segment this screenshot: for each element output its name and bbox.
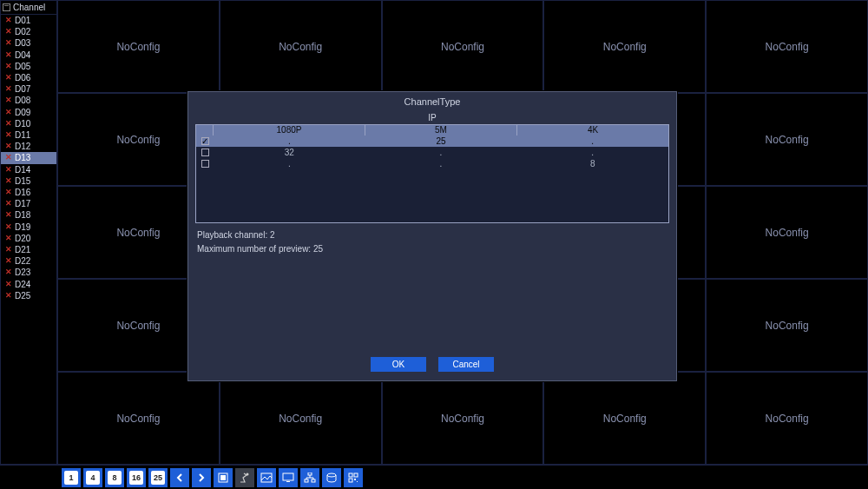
table-row[interactable]: 32.. bbox=[196, 147, 668, 158]
video-cell[interactable]: NoConfig bbox=[382, 0, 544, 93]
channel-item[interactable]: ✕D22 bbox=[1, 255, 56, 267]
disconnected-icon: ✕ bbox=[4, 50, 12, 61]
svg-rect-7 bbox=[305, 479, 308, 482]
cell-status: NoConfig bbox=[116, 413, 160, 425]
video-cell[interactable]: NoConfig bbox=[706, 372, 868, 465]
video-cell[interactable]: NoConfig bbox=[706, 0, 868, 93]
view-16-button[interactable]: 16 bbox=[127, 468, 146, 487]
svg-rect-10 bbox=[349, 473, 352, 477]
channel-item[interactable]: ✕D24 bbox=[1, 279, 56, 290]
row-checkbox[interactable] bbox=[201, 137, 209, 145]
video-cell[interactable]: NoConfig bbox=[543, 372, 706, 465]
fullscreen-button[interactable] bbox=[214, 468, 233, 487]
channel-item[interactable]: ✕D11 bbox=[1, 129, 56, 141]
channel-item[interactable]: ✕D06 bbox=[1, 72, 56, 83]
sidebar-title: Channel bbox=[13, 3, 45, 12]
channel-item[interactable]: ✕D19 bbox=[1, 221, 56, 233]
col-5m[interactable]: 5M bbox=[365, 125, 517, 135]
channel-item[interactable]: ✕D08 bbox=[1, 95, 56, 106]
ok-button[interactable]: OK bbox=[371, 357, 426, 372]
row-checkbox[interactable] bbox=[201, 160, 209, 168]
cell-status: NoConfig bbox=[116, 134, 160, 146]
channel-item[interactable]: ✕D10 bbox=[1, 118, 56, 129]
video-cell[interactable]: NoConfig bbox=[706, 93, 868, 186]
video-cell[interactable]: NoConfig bbox=[57, 372, 220, 465]
channel-label: D05 bbox=[15, 61, 30, 72]
channel-item[interactable]: ✕D03 bbox=[1, 37, 56, 49]
ptz-button[interactable] bbox=[235, 468, 254, 487]
disk-button[interactable] bbox=[322, 468, 341, 487]
channel-type-dialog: ChannelType IP 1080P 5M 4K .25.32....8 P… bbox=[187, 91, 677, 381]
channel-item[interactable]: ✕D13 bbox=[1, 152, 56, 163]
image-button[interactable] bbox=[257, 468, 276, 487]
cancel-button[interactable]: Cancel bbox=[438, 357, 494, 372]
channel-item[interactable]: ✕D07 bbox=[1, 83, 56, 95]
video-cell[interactable]: NoConfig bbox=[220, 372, 382, 465]
col-1080p[interactable]: 1080P bbox=[214, 125, 365, 135]
channel-item[interactable]: ✕D17 bbox=[1, 198, 56, 209]
channel-item[interactable]: ✕D12 bbox=[1, 141, 56, 152]
channel-item[interactable]: ✕D05 bbox=[1, 61, 56, 72]
channel-label: D03 bbox=[15, 37, 30, 49]
channel-item[interactable]: ✕D23 bbox=[1, 267, 56, 278]
cell-status: NoConfig bbox=[766, 413, 809, 425]
disconnected-icon: ✕ bbox=[4, 26, 12, 37]
svg-rect-6 bbox=[308, 472, 312, 475]
channel-item[interactable]: ✕D14 bbox=[1, 164, 56, 175]
channel-label: D19 bbox=[15, 221, 30, 233]
collapse-icon[interactable] bbox=[3, 3, 10, 11]
prev-button[interactable] bbox=[170, 468, 189, 487]
disconnected-icon: ✕ bbox=[4, 15, 12, 26]
disconnected-icon: ✕ bbox=[4, 187, 12, 198]
channel-item[interactable]: ✕D09 bbox=[1, 107, 56, 118]
cell-status: NoConfig bbox=[766, 134, 809, 146]
cell-status: NoConfig bbox=[766, 41, 809, 53]
table-row[interactable]: .25. bbox=[196, 135, 668, 147]
channel-item[interactable]: ✕D21 bbox=[1, 244, 56, 255]
channel-item[interactable]: ✕D04 bbox=[1, 50, 56, 61]
network-button[interactable] bbox=[300, 468, 319, 487]
table-row[interactable]: ..8 bbox=[196, 158, 668, 169]
ip-header-label: IP bbox=[195, 113, 669, 124]
video-cell[interactable]: NoConfig bbox=[57, 0, 220, 93]
qr-button[interactable] bbox=[344, 468, 363, 487]
svg-point-9 bbox=[327, 473, 336, 477]
playback-channel-label: Playback channel: 2 bbox=[197, 228, 667, 242]
video-cell[interactable]: NoConfig bbox=[382, 372, 544, 465]
disconnected-icon: ✕ bbox=[4, 141, 12, 152]
monitor-button[interactable] bbox=[279, 468, 298, 487]
channel-item[interactable]: ✕D20 bbox=[1, 233, 56, 244]
view-25-button[interactable]: 25 bbox=[148, 468, 168, 487]
disconnected-icon: ✕ bbox=[4, 279, 12, 290]
channel-item[interactable]: ✕D02 bbox=[1, 26, 56, 37]
view-1-button[interactable]: 1 bbox=[62, 468, 81, 487]
channel-label: D18 bbox=[15, 209, 30, 221]
disconnected-icon: ✕ bbox=[4, 209, 12, 221]
channel-item[interactable]: ✕D16 bbox=[1, 187, 56, 198]
row-checkbox[interactable] bbox=[201, 149, 209, 156]
view-8-button[interactable]: 8 bbox=[105, 468, 124, 487]
cell-status: NoConfig bbox=[441, 41, 484, 53]
disconnected-icon: ✕ bbox=[4, 72, 12, 83]
svg-rect-1 bbox=[220, 475, 226, 480]
cell-4k: 8 bbox=[516, 158, 668, 169]
disconnected-icon: ✕ bbox=[4, 255, 12, 267]
svg-rect-5 bbox=[286, 481, 290, 482]
sidebar-header[interactable]: Channel bbox=[1, 1, 56, 15]
channel-item[interactable]: ✕D25 bbox=[1, 290, 56, 301]
video-cell[interactable]: NoConfig bbox=[543, 0, 706, 93]
video-cell[interactable]: NoConfig bbox=[220, 0, 382, 93]
channel-label: D12 bbox=[15, 141, 30, 152]
cell-status: NoConfig bbox=[116, 41, 160, 53]
next-button[interactable] bbox=[192, 468, 211, 487]
svg-rect-14 bbox=[357, 481, 358, 482]
view-4-button[interactable]: 4 bbox=[83, 468, 102, 487]
dialog-title: ChannelType bbox=[188, 92, 676, 113]
col-4k[interactable]: 4K bbox=[517, 125, 668, 135]
video-cell[interactable]: NoConfig bbox=[706, 279, 868, 372]
channel-item[interactable]: ✕D01 bbox=[1, 15, 56, 26]
video-cell[interactable]: NoConfig bbox=[706, 186, 868, 279]
channel-item[interactable]: ✕D18 bbox=[1, 209, 56, 221]
disconnected-icon: ✕ bbox=[4, 290, 12, 301]
channel-item[interactable]: ✕D15 bbox=[1, 175, 56, 187]
